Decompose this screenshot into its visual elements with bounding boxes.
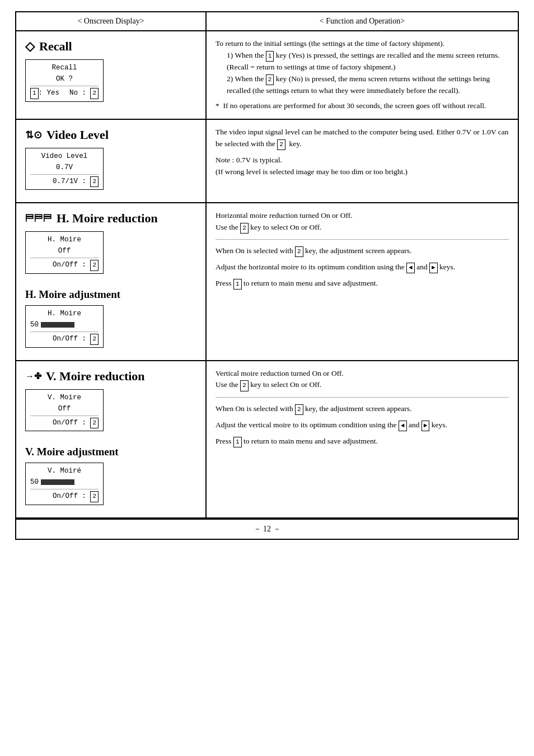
v-moire-adj-section: V. Moire adjustment V. Moiré 50 On/Off :… bbox=[25, 446, 196, 510]
video-level-label: Video Level bbox=[46, 128, 109, 142]
video-level-left: ⇅⊙ Video Level Video Level 0.7V 0.7/1V :… bbox=[16, 120, 207, 203]
video-level-right: The video input signal level can be matc… bbox=[207, 120, 518, 203]
v-moire-line1: V. Moire bbox=[30, 392, 99, 403]
v-moire-line2: Off bbox=[30, 403, 99, 414]
table-header: < Onscreen Display> < Function and Opera… bbox=[16, 12, 518, 31]
recall-desc-2: 1) When the 1 key (Yes) is pressed, the … bbox=[216, 50, 509, 73]
h-moire-bottom-desc: When On is selected with 2 key, the adju… bbox=[216, 245, 509, 290]
v-moire-bottom-desc: When On is selected with 2 key, the adju… bbox=[216, 403, 509, 447]
v-moire-desc-3: When On is selected with 2 key, the adju… bbox=[216, 403, 509, 415]
h-moire-right: On/Off : 2 bbox=[53, 259, 99, 271]
h-moire-bottom: On/Off : 2 bbox=[30, 258, 99, 271]
recall-left: ◇ Recall Recall OK ? 1: Yes No : 2 bbox=[16, 31, 207, 119]
v-moire-adj-right: On/Off : 2 bbox=[53, 491, 99, 502]
v-moire-screen: V. Moire Off On/Off : 2 bbox=[25, 389, 104, 432]
video-desc-2: Note : 0.7V is typical. bbox=[216, 155, 509, 166]
manual-page: < Onscreen Display> < Function and Opera… bbox=[15, 11, 519, 540]
v-moire-desc-5: Press 1 to return to main menu and save … bbox=[216, 436, 509, 447]
recall-desc-3: 2) When the 2 key (No) is pressed, the m… bbox=[216, 73, 509, 97]
v-moire-adj-bottom: On/Off : 2 bbox=[30, 489, 99, 502]
key-1h: 1 bbox=[233, 279, 242, 290]
recall-label: Recall bbox=[39, 39, 72, 54]
v-moire-right: Vertical moire reduction turned On or Of… bbox=[207, 361, 518, 517]
h-moire-bar bbox=[41, 322, 74, 328]
h-moire-adj-line1: H. Moire bbox=[30, 308, 99, 319]
v-moire-desc-2: Use the 2 key to select On or Off. bbox=[216, 379, 509, 391]
key-2d: 2 bbox=[90, 260, 99, 271]
h-moire-adj-screen: H. Moire 50 On/Off : 2 bbox=[25, 305, 104, 348]
key-2b: 2 bbox=[90, 176, 99, 188]
recall-screen: Recall OK ? 1: Yes No : 2 bbox=[25, 59, 104, 102]
recall-screen-line2: OK ? bbox=[30, 73, 99, 85]
key-box-1: 1 bbox=[266, 51, 274, 62]
v-moire-bar-container: 50 bbox=[30, 477, 99, 488]
recall-screen-line1: Recall bbox=[30, 62, 99, 73]
v-moire-right: On/Off : 2 bbox=[53, 417, 99, 429]
key-box-2l: 2 bbox=[295, 404, 303, 415]
h-moire-label: H. Moire reduction bbox=[57, 211, 158, 226]
key-right2: ► bbox=[421, 421, 430, 431]
v-moire-top-desc: Vertical moire reduction turned On or Of… bbox=[216, 368, 509, 391]
h-moire-left: ⛿⛿⛿ H. Moire reduction H. Moire Off On/O… bbox=[16, 203, 207, 360]
h-moire-adj-section: H. Moire adjustment H. Moire 50 On/Off :… bbox=[25, 288, 196, 352]
key-left2: ◄ bbox=[399, 421, 407, 431]
h-moire-right: Horizontal moire reduction turned On or … bbox=[207, 203, 518, 360]
row-h-moire: ⛿⛿⛿ H. Moire reduction H. Moire Off On/O… bbox=[16, 203, 518, 361]
key-right: ► bbox=[429, 263, 438, 273]
h-moire-adj-value: 50 bbox=[30, 319, 39, 330]
v-moire-adj-line1: V. Moiré bbox=[30, 465, 99, 477]
video-level-screen: Video Level 0.7V 0.7/1V : 2 bbox=[25, 148, 104, 190]
recall-yes: 1: Yes bbox=[30, 87, 59, 99]
recall-right: To return to the initial settings (the s… bbox=[207, 31, 518, 119]
v-moire-bar bbox=[41, 479, 74, 485]
video-desc-1: The video input signal level can be matc… bbox=[216, 127, 509, 150]
h-moire-desc-3: When On is selected with 2 key, the adju… bbox=[216, 245, 509, 257]
row-video-level: ⇅⊙ Video Level Video Level 0.7V 0.7/1V :… bbox=[16, 120, 518, 204]
video-screen-line2: 0.7V bbox=[30, 162, 99, 173]
key-1: 1 bbox=[30, 88, 39, 99]
recall-title: ◇ Recall bbox=[25, 39, 196, 54]
key-box-2f: 2 bbox=[240, 223, 249, 234]
video-desc-3: (If wrong level is selected image may be… bbox=[216, 166, 509, 178]
video-level-icon: ⇅⊙ bbox=[25, 129, 42, 141]
key-box-2g: 2 bbox=[295, 246, 303, 257]
page-number: － 12 － bbox=[16, 519, 518, 539]
recall-icon: ◇ bbox=[25, 39, 35, 54]
row-v-moire: →✤ V. Moire reduction V. Moire Off On/Of… bbox=[16, 361, 518, 519]
recall-no: No : 2 bbox=[69, 87, 99, 99]
v-moire-icon: →✤ bbox=[25, 371, 41, 381]
video-screen-line1: Video Level bbox=[30, 151, 99, 162]
v-moire-adj-value: 50 bbox=[30, 477, 39, 488]
v-moire-label: V. Moire reduction bbox=[46, 369, 145, 384]
h-moire-screen: H. Moire Off On/Off : 2 bbox=[25, 231, 104, 274]
v-moire-desc-4: Adjust the vertical moire to its optimum… bbox=[216, 419, 509, 431]
h-moire-line1: H. Moire bbox=[30, 234, 99, 245]
key-box-2: 2 bbox=[266, 74, 274, 85]
key-2: 2 bbox=[90, 88, 99, 99]
h-moire-desc-2: Use the 2 key to select On or Off. bbox=[216, 222, 509, 234]
h-moire-divider bbox=[216, 239, 509, 240]
header-right: < Function and Operation> bbox=[207, 12, 518, 30]
v-moire-left: →✤ V. Moire reduction V. Moire Off On/Of… bbox=[16, 361, 207, 517]
v-moire-title: →✤ V. Moire reduction bbox=[25, 369, 196, 384]
video-screen-bottom: 0.7/1V : 2 bbox=[30, 174, 99, 188]
recall-desc-1: To return to the initial settings (the s… bbox=[216, 38, 509, 50]
key-2e: 2 bbox=[90, 334, 99, 345]
recall-screen-bottom: 1: Yes No : 2 bbox=[30, 86, 99, 99]
v-moire-divider bbox=[216, 397, 509, 398]
video-level-title: ⇅⊙ Video Level bbox=[25, 128, 196, 142]
h-moire-adj-title: H. Moire adjustment bbox=[25, 288, 196, 301]
v-moire-adj-title: V. Moire adjustment bbox=[25, 446, 196, 458]
v-moire-adj-screen: V. Moiré 50 On/Off : 2 bbox=[25, 463, 104, 505]
key-2j: 2 bbox=[90, 491, 99, 502]
key-2i: 2 bbox=[90, 418, 99, 429]
recall-desc-4: * If no operations are performed for abo… bbox=[216, 100, 509, 112]
key-1m: 1 bbox=[233, 437, 242, 447]
header-left: < Onscreen Display> bbox=[16, 12, 207, 30]
v-moire-desc-1: Vertical moire reduction turned On or Of… bbox=[216, 368, 509, 380]
h-moire-line2: Off bbox=[30, 245, 99, 256]
h-moire-adj-bottom: On/Off : 2 bbox=[30, 332, 99, 345]
row-recall: ◇ Recall Recall OK ? 1: Yes No : 2 To re… bbox=[16, 31, 518, 120]
h-moire-desc-5: Press 1 to return to main menu and save … bbox=[216, 278, 509, 290]
h-moire-bar-container: 50 bbox=[30, 319, 99, 330]
